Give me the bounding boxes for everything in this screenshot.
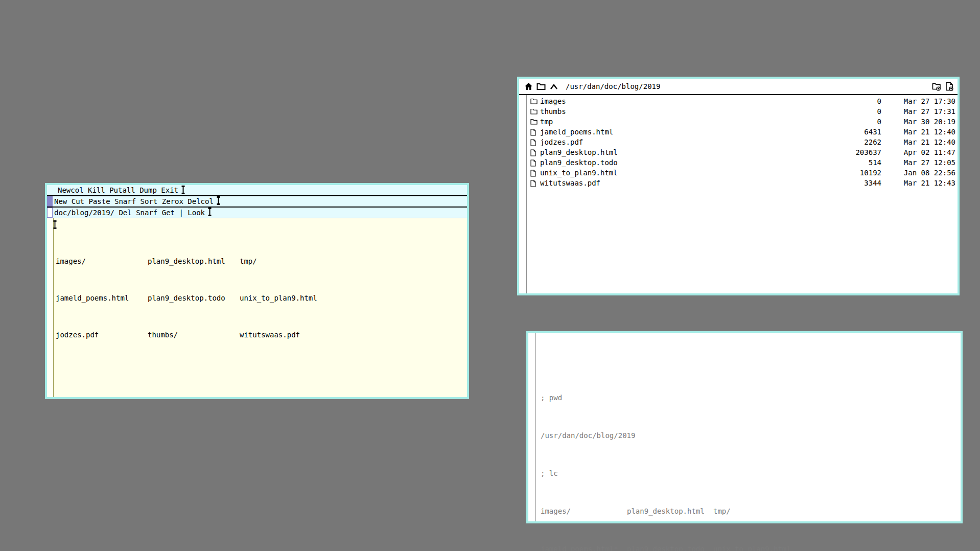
file-row[interactable]: plan9_desktop.todo 514 Mar 27 12:05	[530, 157, 958, 168]
folder-icon	[530, 119, 538, 125]
listing-col-3: witutswaas.pdf	[240, 331, 300, 339]
up-arrow-icon	[550, 83, 558, 90]
acme-window-tag-text[interactable]: doc/blog/2019/ Del Snarf Get | Look	[54, 208, 205, 218]
terminal-col-2: plan9_desktop.todo	[627, 544, 713, 551]
file-icon	[530, 149, 536, 156]
acme-body[interactable]: images/plan9_desktop.htmltmp/ jameld_poe…	[47, 218, 467, 397]
terminal-col-3: tmp/	[713, 507, 731, 515]
terminal-col-1: ; lc	[541, 469, 627, 478]
entry-name: jameld_poems.html	[540, 128, 841, 136]
terminal-col-1: images/	[541, 507, 627, 516]
terminal-line: ; lc	[541, 469, 791, 478]
file-row[interactable]: thumbs 0 Mar 27 17:31	[530, 106, 958, 117]
entry-date: Jan 08 22:56	[881, 169, 958, 177]
entry-name: thumbs	[540, 107, 841, 116]
entry-date: Mar 30 20:19	[881, 118, 958, 126]
new-folder-icon	[932, 82, 941, 91]
terminal-scrollbar[interactable]	[535, 333, 536, 521]
listing-col-1: images/	[56, 257, 148, 266]
acme-body-line[interactable]: jameld_poems.htmlplan9_desktop.todounix_…	[56, 293, 317, 303]
file-list: images 0 Mar 27 17:30 thumbs 0 Mar 27 17…	[519, 95, 958, 293]
folder-open-icon	[536, 83, 546, 90]
acme-body-line[interactable]: jodzes.pdfthumbs/witutswaas.pdf	[56, 330, 317, 339]
acme-column-tag[interactable]: New Cut Paste Snarf Sort Zerox Delcol	[47, 196, 467, 208]
terminal-col-1: /usr/dan/doc/blog/2019	[541, 431, 627, 441]
acme-file-listing[interactable]: images/plan9_desktop.htmltmp/ jameld_poe…	[56, 220, 317, 358]
window-dirty-box[interactable]	[47, 208, 53, 218]
entry-type-icon	[530, 139, 538, 146]
file-row[interactable]: jameld_poems.html 6431 Mar 21 12:40	[530, 127, 958, 137]
text-cursor-icon	[181, 186, 185, 194]
acme-window-tag[interactable]: doc/blog/2019/ Del Snarf Get | Look	[47, 208, 467, 218]
entry-size: 0	[841, 97, 881, 105]
column-layout-box[interactable]	[47, 196, 53, 206]
text-cursor-icon	[217, 196, 220, 205]
home-icon	[524, 82, 533, 90]
entry-date: Mar 21 12:43	[881, 179, 958, 187]
acme-scrollbar[interactable]	[47, 218, 54, 397]
entry-type-icon	[530, 169, 538, 177]
terminal-output: ; pwd /usr/dan/doc/blog/2019 ; lc images…	[541, 336, 791, 551]
terminal-line: /usr/dan/doc/blog/2019	[541, 431, 791, 441]
terminal-line: jameld_poems.html*plan9_desktop.todounix…	[541, 544, 791, 551]
acme-main-tag-text[interactable]: Newcol Kill Putall Dump Exit	[58, 186, 178, 194]
new-file-button[interactable]	[944, 81, 954, 91]
acme-column-tag-text[interactable]: New Cut Paste Snarf Sort Zerox Delcol	[54, 196, 214, 206]
entry-date: Mar 27 17:30	[881, 97, 958, 105]
entry-size: 0	[841, 118, 881, 126]
file-row[interactable]: plan9_desktop.html 203637 Apr 02 11:47	[530, 147, 958, 157]
text-cursor-icon	[208, 208, 212, 216]
entry-name: unix_to_plan9.html	[540, 169, 841, 177]
entry-name: images	[540, 97, 841, 105]
file-icon	[530, 159, 536, 167]
entry-date: Mar 27 17:31	[881, 107, 958, 116]
terminal-col-2: plan9_desktop.html	[627, 507, 713, 516]
file-icon	[530, 170, 536, 177]
new-file-icon	[945, 82, 953, 91]
file-row[interactable]: jodzes.pdf 2262 Mar 21 12:40	[530, 137, 958, 147]
file-row[interactable]: witutswaas.pdf 3344 Mar 21 12:43	[530, 178, 958, 188]
acme-window: Newcol Kill Putall Dump Exit New Cut Pas…	[45, 183, 469, 399]
listing-col-1: jameld_poems.html	[56, 293, 148, 303]
terminal-col-3: unix_to_plan9.html	[713, 545, 791, 551]
entry-size: 203637	[841, 148, 881, 156]
acme-body-line[interactable]: images/plan9_desktop.htmltmp/	[56, 257, 317, 266]
entry-type-icon	[530, 179, 538, 187]
listing-col-3: unix_to_plan9.html	[240, 294, 317, 302]
file-row[interactable]: tmp 0 Mar 30 20:19	[530, 117, 958, 127]
file-row[interactable]: unix_to_plan9.html 10192 Jan 08 22:56	[530, 168, 958, 178]
entry-name: plan9_desktop.todo	[540, 158, 841, 167]
entry-name: tmp	[540, 118, 841, 126]
listing-col-3: tmp/	[240, 257, 257, 265]
entry-type-icon	[530, 108, 538, 116]
plan9-desktop: { "colors": { "desktop_background": "#77…	[0, 0, 980, 551]
acme-main-tag[interactable]: Newcol Kill Putall Dump Exit	[47, 185, 467, 196]
file-icon	[530, 180, 536, 187]
file-row[interactable]: images 0 Mar 27 17:30	[530, 96, 958, 106]
listing-col-1: jodzes.pdf	[56, 330, 148, 339]
terminal-col-1: ; pwd	[541, 393, 627, 403]
entry-size: 0	[841, 107, 881, 116]
entry-size: 10192	[841, 169, 881, 177]
home-button[interactable]	[523, 81, 533, 91]
entry-size: 3344	[841, 179, 881, 187]
entry-type-icon	[530, 98, 538, 105]
file-icon	[530, 139, 536, 146]
entry-name: plan9_desktop.html	[540, 148, 841, 156]
entry-date: Apr 02 11:47	[881, 148, 958, 156]
terminal-window[interactable]: ; pwd /usr/dan/doc/blog/2019 ; lc images…	[526, 331, 963, 523]
listing-col-2: thumbs/	[148, 330, 240, 339]
entry-size: 2262	[841, 138, 881, 146]
listing-col-2: plan9_desktop.todo	[148, 293, 240, 303]
entry-name: witutswaas.pdf	[540, 179, 841, 187]
entry-size: 514	[841, 158, 881, 167]
up-directory-button[interactable]	[549, 81, 559, 91]
entry-type-icon	[530, 159, 538, 167]
entry-name: jodzes.pdf	[540, 138, 841, 146]
listing-col-2: plan9_desktop.html	[148, 257, 240, 266]
entry-date: Mar 21 12:40	[881, 128, 958, 136]
new-folder-button[interactable]	[931, 81, 942, 91]
open-folder-button[interactable]	[536, 81, 546, 91]
terminal-line: images/plan9_desktop.htmltmp/	[541, 507, 791, 516]
path-display[interactable]: /usr/dan/doc/blog/2019	[566, 82, 931, 90]
